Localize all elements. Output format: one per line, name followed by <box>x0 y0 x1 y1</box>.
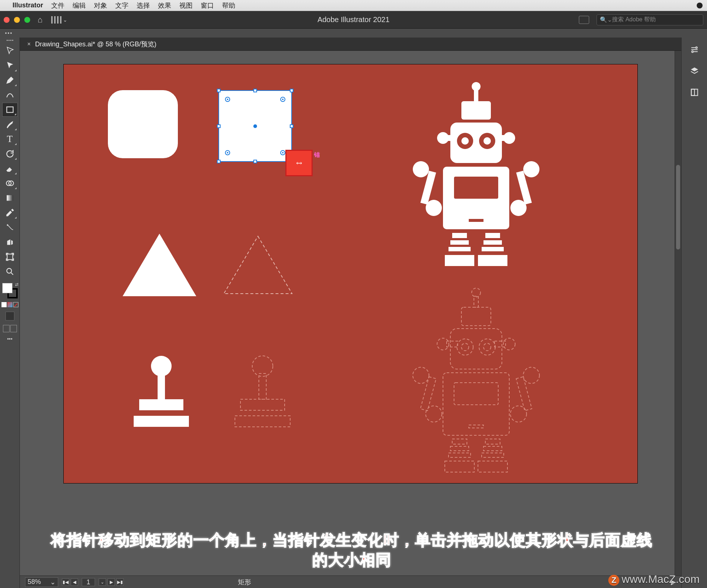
artboard-dropdown-icon[interactable]: ⌄ <box>99 578 106 586</box>
workspace-icon[interactable] <box>51 16 61 24</box>
vertical-scrollbar[interactable] <box>675 51 681 575</box>
menu-text[interactable]: 文字 <box>115 1 129 10</box>
paintbrush-tool[interactable] <box>2 117 18 131</box>
menu-object[interactable]: 对象 <box>94 1 107 10</box>
symbol-sprayer-tool[interactable] <box>2 235 18 249</box>
svg-rect-69 <box>259 373 266 399</box>
blend-tool[interactable] <box>2 220 18 234</box>
color-solid[interactable] <box>1 302 7 307</box>
svg-point-22 <box>426 200 442 216</box>
arrange-documents-icon[interactable] <box>579 16 589 24</box>
libraries-panel-icon[interactable] <box>690 88 699 99</box>
selection-handle[interactable] <box>290 124 293 128</box>
last-artboard-button[interactable]: ▶▮ <box>116 578 124 586</box>
rectangle-tool[interactable] <box>2 103 18 117</box>
menu-file[interactable]: 文件 <box>51 1 64 10</box>
selection-handle[interactable] <box>217 89 221 92</box>
menu-edit[interactable]: 编辑 <box>73 1 86 10</box>
svg-point-73 <box>692 51 693 52</box>
zoom-tool[interactable] <box>2 265 18 279</box>
toolbar: T ⇄ ••• <box>0 38 20 588</box>
scale-cursor-highlight: ⤡ <box>285 150 313 176</box>
svg-rect-29 <box>450 240 469 245</box>
app-name[interactable]: Illustrator <box>13 1 43 9</box>
status-dot-icon[interactable] <box>697 3 703 8</box>
first-artboard-button[interactable]: ▮◀ <box>62 578 69 586</box>
app-topbar: ⌂ ⌄ Adobe Illustrator 2021 🔍⌄ 搜索 Adobe 帮… <box>0 11 707 29</box>
swap-fill-stroke-icon[interactable]: ⇄ <box>15 282 18 287</box>
live-corner-widget[interactable] <box>225 97 230 102</box>
svg-rect-37 <box>461 307 491 326</box>
search-input[interactable]: 🔍⌄ 搜索 Adobe 帮助 <box>597 14 703 25</box>
panel-handle-icon[interactable] <box>5 32 12 34</box>
svg-rect-75 <box>691 89 694 95</box>
type-tool[interactable]: T <box>2 132 18 146</box>
selection-handle[interactable] <box>217 124 221 128</box>
selection-handle[interactable] <box>253 160 257 163</box>
svg-point-45 <box>461 343 469 351</box>
artboard-tool[interactable] <box>2 250 18 264</box>
workspace-chevron-icon[interactable]: ⌄ <box>63 17 67 23</box>
svg-rect-65 <box>158 373 165 399</box>
curvature-tool[interactable] <box>2 88 18 102</box>
canvas-area[interactable]: ⤡ 锚 <box>20 51 681 588</box>
selection-handle[interactable] <box>217 160 221 163</box>
minimize-window[interactable] <box>14 17 20 23</box>
svg-rect-71 <box>235 416 290 427</box>
eyedropper-tool[interactable] <box>2 206 18 220</box>
artboard-nav: ▮◀ ◀ <box>62 578 78 586</box>
layers-panel-icon[interactable] <box>690 66 699 78</box>
artboard[interactable]: ⤡ 锚 <box>63 64 638 483</box>
live-corner-widget[interactable] <box>280 150 285 155</box>
selection-tool[interactable] <box>2 44 18 58</box>
menu-select[interactable]: 选择 <box>137 1 150 10</box>
menu-effect[interactable]: 效果 <box>158 1 171 10</box>
live-corner-widget[interactable] <box>225 150 230 155</box>
fill-stroke-swatches[interactable]: ⇄ <box>2 283 18 298</box>
svg-rect-27 <box>452 233 467 238</box>
toolbar-handle-icon[interactable] <box>7 40 13 41</box>
svg-rect-70 <box>240 399 285 410</box>
menu-window[interactable]: 窗口 <box>201 1 214 10</box>
screen-mode[interactable] <box>3 325 17 332</box>
scrollbar-thumb[interactable] <box>676 165 680 249</box>
pen-tool[interactable] <box>2 73 18 87</box>
artboard-number-input[interactable]: 1 <box>82 578 95 586</box>
fill-swatch[interactable] <box>2 283 13 293</box>
robot-dashed-outline <box>388 281 564 482</box>
prev-artboard-button[interactable]: ◀ <box>71 578 78 586</box>
close-tab-icon[interactable]: × <box>27 41 31 47</box>
svg-rect-41 <box>495 341 506 347</box>
live-corner-widget[interactable] <box>280 97 285 102</box>
close-window[interactable] <box>4 17 10 23</box>
selection-center <box>253 124 257 128</box>
draw-mode-icon[interactable] <box>6 312 14 320</box>
color-gradient[interactable] <box>7 302 13 307</box>
shape-builder-tool[interactable] <box>2 176 18 190</box>
eraser-tool[interactable] <box>2 162 18 176</box>
direct-selection-tool[interactable] <box>2 59 18 72</box>
selection-handle[interactable] <box>290 89 293 92</box>
document-tab[interactable]: × Drawing_Shapes.ai* @ 58 % (RGB/预览) <box>24 38 160 51</box>
color-none[interactable] <box>13 302 18 307</box>
menu-view[interactable]: 视图 <box>179 1 193 10</box>
svg-point-51 <box>426 406 442 422</box>
svg-rect-0 <box>7 107 13 112</box>
next-artboard-button[interactable]: ▶ <box>108 578 115 586</box>
rotate-tool[interactable] <box>2 147 18 161</box>
zoom-input[interactable]: 58%⌄ <box>25 577 58 587</box>
gradient-tool[interactable] <box>2 191 18 205</box>
triangle-shape[interactable] <box>123 234 196 296</box>
home-icon[interactable]: ⌂ <box>38 15 42 25</box>
edit-toolbar-icon[interactable]: ••• <box>7 336 13 342</box>
maximize-window[interactable] <box>24 17 30 23</box>
selection-handle[interactable] <box>253 89 257 92</box>
svg-rect-66 <box>139 399 183 410</box>
joystick-shape[interactable] <box>121 355 202 430</box>
menu-help[interactable]: 帮助 <box>222 1 235 10</box>
rounded-rectangle-shape[interactable] <box>108 90 178 158</box>
robot-shape[interactable] <box>388 75 564 276</box>
selected-rectangle-shape[interactable] <box>218 90 292 162</box>
properties-panel-icon[interactable] <box>690 45 699 57</box>
svg-rect-30 <box>483 240 502 245</box>
